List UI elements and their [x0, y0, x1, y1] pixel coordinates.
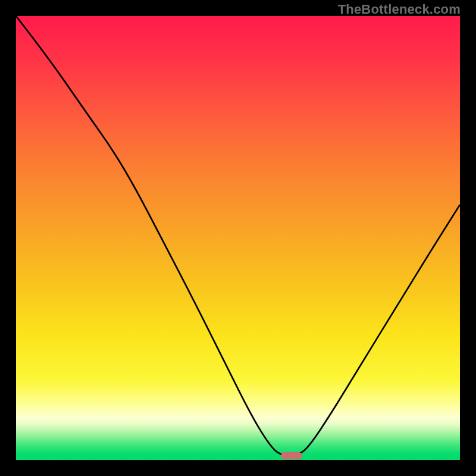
watermark-text: TheBottleneck.com — [338, 2, 461, 17]
chart-frame: TheBottleneck.com — [0, 0, 476, 476]
optimum-marker — [281, 452, 302, 459]
gradient-plot-area — [16, 16, 460, 460]
